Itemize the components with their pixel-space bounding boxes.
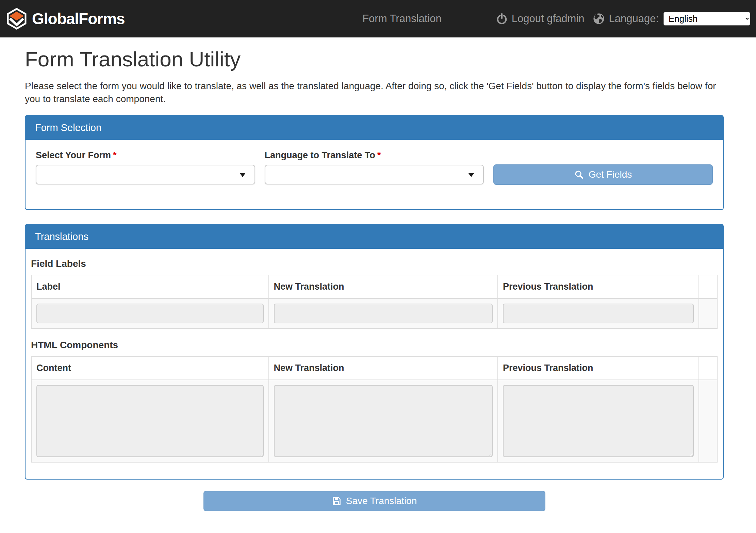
caret-down-icon <box>468 173 474 177</box>
select-form-dropdown[interactable] <box>36 165 255 184</box>
form-selection-panel-header: Form Selection <box>26 116 723 140</box>
save-floppy-icon <box>332 496 341 506</box>
empty-cell <box>699 380 717 462</box>
required-marker: * <box>113 150 117 160</box>
column-header-content: Content <box>31 356 269 380</box>
caret-down-icon <box>240 173 246 177</box>
new-translation-textarea[interactable] <box>274 385 493 457</box>
form-selection-panel: Form Selection Select Your Form* Languag… <box>25 115 724 210</box>
column-header-empty <box>699 356 717 380</box>
save-translation-button[interactable]: Save Translation <box>203 491 545 511</box>
required-marker: * <box>377 150 381 160</box>
search-icon <box>574 170 584 179</box>
column-header-previous-translation: Previous Translation <box>498 275 699 298</box>
field-new-translation-input[interactable] <box>274 304 493 323</box>
content-textarea[interactable] <box>36 385 264 457</box>
brand-name: GlobalForms <box>32 10 125 28</box>
logout-label: Logout gfadmin <box>512 13 585 25</box>
language-label: Language: <box>609 13 659 25</box>
column-header-label: Label <box>31 275 269 298</box>
navbar-right: Form Translation Logout gfadmin Language… <box>362 12 750 26</box>
html-component-row <box>31 380 717 462</box>
html-components-table: Content New Translation Previous Transla… <box>31 356 718 463</box>
language-item: Language: <box>593 13 659 25</box>
navbar: GlobalForms Form Translation Logout gfad… <box>0 0 756 37</box>
column-header-new-translation: New Translation <box>269 275 498 298</box>
nav-item-form-translation[interactable]: Form Translation <box>362 13 442 25</box>
get-fields-button[interactable]: Get Fields <box>493 164 713 185</box>
select-form-group: Select Your Form* <box>31 150 260 185</box>
html-components-heading: HTML Components <box>31 340 718 351</box>
language-to-translate-dropdown[interactable] <box>265 165 484 184</box>
language-to-translate-label: Language to Translate To* <box>265 150 484 161</box>
get-fields-group: Get Fields <box>489 150 718 185</box>
field-labels-table: Label New Translation Previous Translati… <box>31 275 718 329</box>
previous-translation-textarea[interactable] <box>503 385 694 457</box>
brand[interactable]: GlobalForms <box>7 8 125 30</box>
column-header-previous-translation: Previous Translation <box>498 356 699 380</box>
field-label-row <box>31 298 717 328</box>
column-header-new-translation: New Translation <box>269 356 498 380</box>
language-select[interactable]: English <box>663 12 750 26</box>
empty-cell <box>699 298 717 328</box>
main-content: Form Translation Utility Please select t… <box>25 48 724 511</box>
translations-panel-header: Translations <box>26 225 723 249</box>
translations-panel-body: Field Labels Label New Translation Previ… <box>26 249 723 479</box>
power-icon <box>496 13 508 25</box>
globe-icon <box>593 13 605 25</box>
field-previous-translation-input[interactable] <box>503 304 694 323</box>
globalforms-logo-icon <box>7 8 27 30</box>
language-to-translate-group: Language to Translate To* <box>260 150 489 185</box>
select-form-label: Select Your Form* <box>36 150 255 161</box>
column-header-empty <box>699 275 717 298</box>
form-selection-panel-body: Select Your Form* Language to Translate … <box>26 140 723 209</box>
field-label-input[interactable] <box>36 304 264 323</box>
logout-item[interactable]: Logout gfadmin <box>496 13 585 25</box>
page-title: Form Translation Utility <box>25 48 724 71</box>
field-labels-heading: Field Labels <box>31 258 718 269</box>
intro-text: Please select the form you would like to… <box>25 80 724 106</box>
translations-panel: Translations Field Labels Label New Tran… <box>25 224 724 480</box>
